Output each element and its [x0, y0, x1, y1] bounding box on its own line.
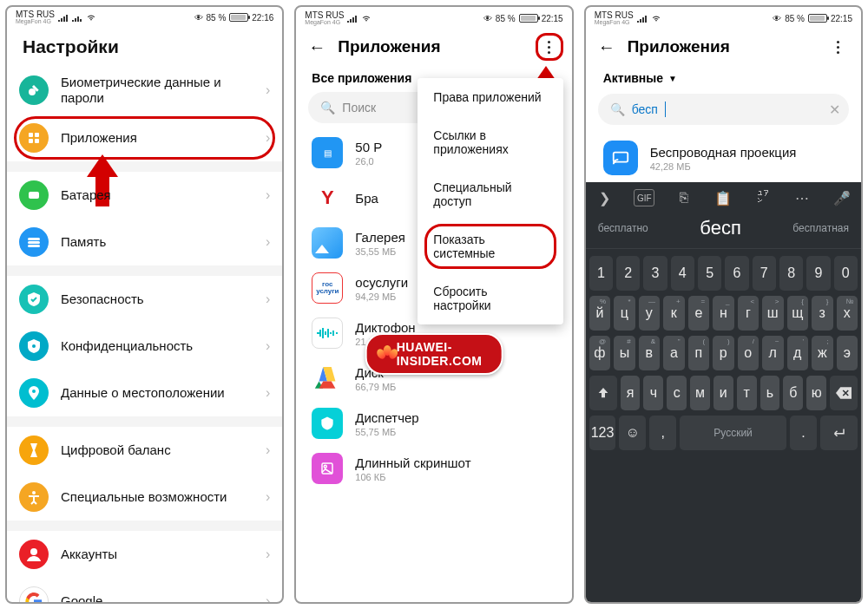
comma-key[interactable]: ,	[649, 416, 676, 450]
key-0[interactable]: 0	[834, 256, 858, 291]
chevron-right-icon: ›	[266, 291, 270, 307]
key-ь[interactable]: ь	[760, 376, 780, 410]
settings-item-10[interactable]: Google›	[7, 578, 282, 604]
key-з[interactable]: з}	[812, 296, 832, 331]
search-result-row[interactable]: Беспроводная проекция 42,28 МБ	[586, 134, 861, 182]
back-icon[interactable]: ←	[308, 37, 326, 57]
key-щ[interactable]: щ{	[787, 296, 808, 331]
key-а[interactable]: а"	[663, 336, 684, 370]
kb-suggest-mid[interactable]: бесп	[700, 217, 741, 239]
key-4[interactable]: 4	[671, 256, 694, 291]
shift-key[interactable]	[589, 376, 617, 410]
kb-gif-icon[interactable]: GIF	[634, 189, 654, 206]
key-в[interactable]: в&	[639, 336, 660, 370]
key-я[interactable]: я	[621, 376, 641, 410]
key-ы[interactable]: ы#	[614, 336, 635, 370]
key-е[interactable]: е=	[688, 296, 709, 331]
settings-item-2[interactable]: Батарея›	[7, 172, 282, 219]
svg-rect-4	[29, 139, 33, 143]
app-name: Диктофон	[355, 320, 415, 335]
kb-more-icon[interactable]: ⋯	[792, 189, 812, 206]
overflow-menu-button[interactable]	[539, 36, 560, 57]
key-3[interactable]: 3	[643, 256, 667, 291]
period-key[interactable]: .	[790, 416, 817, 450]
menu-item[interactable]: Ссылки в приложениях	[418, 116, 562, 168]
settings-item-7[interactable]: Цифровой баланс›	[7, 427, 282, 474]
settings-item-6[interactable]: Данные о местоположении›	[7, 370, 282, 416]
backspace-key[interactable]	[830, 376, 858, 410]
overflow-menu-button[interactable]	[828, 36, 849, 57]
key-ч[interactable]: ч	[643, 376, 663, 410]
key-ю[interactable]: ю	[806, 376, 826, 410]
key-э[interactable]: э	[837, 336, 858, 370]
key-б[interactable]: б	[783, 376, 803, 410]
key-й[interactable]: й%	[589, 296, 610, 331]
key-5[interactable]: 5	[698, 256, 721, 291]
key-г[interactable]: г<	[738, 296, 759, 331]
key-м[interactable]: м	[690, 376, 710, 410]
key-о[interactable]: о/	[738, 336, 759, 370]
key-ж[interactable]: ж;	[812, 336, 832, 370]
settings-item-label: Цифровой баланс	[61, 442, 253, 458]
key-х[interactable]: х№	[837, 296, 858, 331]
key-ш[interactable]: ш>	[762, 296, 783, 331]
key-т[interactable]: т	[737, 376, 757, 410]
app-row[interactable]: Длинный скриншот106 КБ	[296, 446, 571, 491]
key-к[interactable]: к+	[663, 296, 684, 331]
key-р[interactable]: р)	[713, 336, 733, 370]
key-д[interactable]: д'	[787, 336, 808, 370]
key-1[interactable]: 1	[589, 256, 613, 291]
kb-suggest-left[interactable]: бесплатно	[598, 222, 648, 234]
numpad-key[interactable]: 123	[589, 416, 616, 450]
key-ф[interactable]: ф@	[589, 336, 610, 370]
kb-chevron-icon[interactable]: ❯	[595, 189, 615, 206]
kb-clipboard-icon[interactable]: 📋	[713, 189, 733, 206]
key-9[interactable]: 9	[806, 256, 830, 291]
phone-2-apps: MTS RUS MegaFon 4G 👁 85 % 22:15 ← Прилож…	[294, 5, 573, 604]
key-у[interactable]: у—	[639, 296, 660, 331]
settings-item-5[interactable]: Конфиденциальность›	[7, 323, 282, 370]
kb-settings-icon[interactable]: ⎘	[674, 189, 694, 206]
key-с[interactable]: с	[667, 376, 687, 410]
result-name: Беспроводная проекция	[650, 145, 797, 160]
key-7[interactable]: 7	[753, 256, 776, 291]
settings-item-4[interactable]: Безопасность›	[7, 276, 282, 323]
app-row[interactable]: Диспетчер55,75 МБ	[296, 401, 571, 446]
key-6[interactable]: 6	[725, 256, 748, 291]
signal-icon	[58, 13, 69, 22]
menu-item[interactable]: Показать системные	[418, 220, 562, 272]
menu-item[interactable]: Сбросить настройки	[418, 272, 562, 324]
settings-item-9[interactable]: Аккаунты›	[7, 531, 282, 578]
settings-item-3[interactable]: Память›	[7, 219, 282, 265]
key-ц[interactable]: ц*	[614, 296, 635, 331]
enter-key[interactable]	[820, 416, 858, 450]
key-2[interactable]: 2	[616, 256, 640, 291]
filter-dropdown[interactable]: Активные ▼	[586, 66, 861, 94]
menu-item[interactable]: Специальный доступ	[418, 168, 562, 220]
key-и[interactable]: и	[713, 376, 733, 410]
clear-icon[interactable]: ✕	[829, 102, 840, 118]
key-л[interactable]: л~	[762, 336, 783, 370]
chevron-right-icon: ›	[266, 547, 270, 562]
svg-point-11	[32, 390, 36, 393]
kb-mic-icon[interactable]: 🎤	[832, 189, 852, 206]
settings-item-8[interactable]: Специальные возможности›	[7, 474, 282, 521]
key-п[interactable]: п(	[688, 336, 709, 370]
space-key[interactable]: Русский	[680, 416, 786, 450]
key-н[interactable]: н_	[713, 296, 733, 331]
settings-item-1[interactable]: Приложения›	[7, 115, 282, 161]
phone-3-search: MTS RUS MegaFon 4G 👁 85 % 22:15 ← Прилож…	[584, 5, 863, 604]
settings-item-icon	[19, 180, 49, 210]
search-input[interactable]: 🔍 бесп ✕	[598, 94, 849, 125]
app-size: 94,29 МБ	[355, 291, 408, 302]
kb-suggest-right[interactable]: бесплатная	[792, 222, 849, 234]
settings-item-0[interactable]: Биометрические данные и пароли›	[7, 66, 282, 115]
app-icon: Y	[312, 182, 343, 213]
key-8[interactable]: 8	[779, 256, 803, 291]
kb-translate-icon[interactable]: ㍐	[753, 189, 773, 206]
settings-item-label: Безопасность	[61, 291, 253, 307]
back-icon[interactable]: ←	[598, 37, 615, 57]
menu-item[interactable]: Права приложений	[418, 78, 562, 116]
app-size: 26,0	[355, 156, 382, 167]
emoji-key[interactable]: ☺	[619, 416, 646, 450]
